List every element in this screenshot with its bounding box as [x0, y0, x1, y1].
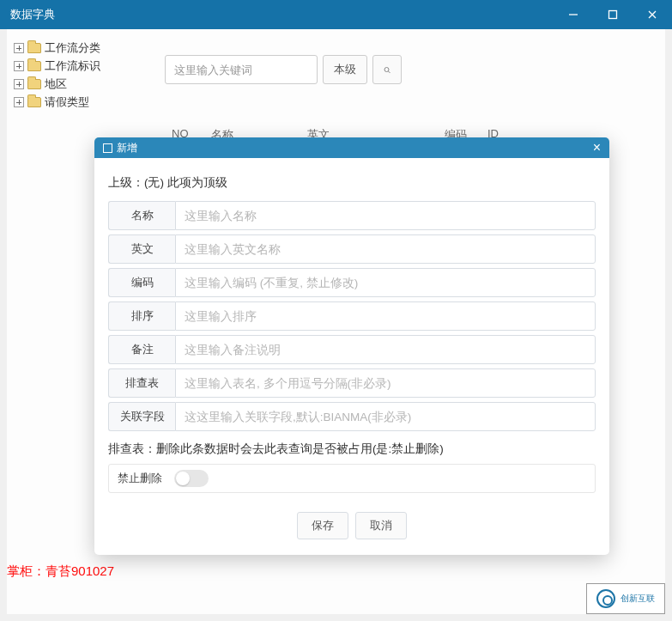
hint-text: 排查表：删除此条数据时会去此表查询是否被占用(是:禁止删除)	[108, 441, 596, 457]
modal-close-button[interactable]: ×	[593, 141, 601, 155]
form-row-code: 编码	[108, 268, 596, 297]
svg-rect-1	[609, 11, 617, 19]
tree-label: 工作流分类	[45, 41, 100, 56]
input-order[interactable]	[175, 301, 596, 331]
level-button[interactable]: 本级	[323, 55, 367, 84]
logo-text: 创新互联	[621, 593, 655, 605]
input-relation-field[interactable]	[175, 402, 596, 431]
label-relation-field: 关联字段	[108, 402, 175, 431]
tree-item[interactable]: 请假类型	[14, 94, 137, 111]
input-remark[interactable]	[175, 335, 596, 364]
modal-header: 新增 ×	[94, 137, 609, 158]
folder-icon	[27, 79, 41, 89]
titlebar: 数据字典	[0, 0, 672, 29]
tree-item[interactable]: 地区	[14, 76, 137, 93]
input-english[interactable]	[175, 234, 596, 264]
expand-icon[interactable]	[14, 79, 24, 89]
label-name: 名称	[108, 201, 175, 230]
window-title: 数据字典	[10, 7, 55, 22]
input-code[interactable]	[175, 268, 596, 297]
tree-label: 地区	[45, 77, 67, 92]
footer-owner: 掌柜：青苔901027	[7, 563, 114, 580]
tree-label: 工作流标识	[45, 59, 100, 74]
expand-icon[interactable]	[14, 61, 24, 71]
expand-icon[interactable]	[14, 97, 24, 107]
svg-point-4	[384, 67, 389, 71]
minimize-button[interactable]	[554, 0, 593, 29]
close-button[interactable]	[633, 0, 672, 29]
tree-item[interactable]: 工作流标识	[14, 58, 137, 75]
tree-item[interactable]: 工作流分类	[14, 40, 137, 57]
input-name[interactable]	[175, 201, 596, 230]
svg-line-5	[389, 71, 390, 73]
modal-footer: 保存 取消	[108, 512, 596, 539]
logo-icon	[596, 589, 615, 608]
modal-title: 新增	[117, 141, 137, 155]
form-row-exclude-table: 排查表	[108, 368, 596, 398]
folder-icon	[27, 43, 41, 53]
form-row-relation-field: 关联字段	[108, 402, 596, 431]
label-order: 排序	[108, 301, 175, 331]
forbid-delete-row: 禁止删除	[108, 464, 596, 493]
searchbar: 本级	[165, 55, 645, 84]
parent-info: 上级：(无) 此项为顶级	[108, 175, 596, 191]
new-icon	[103, 143, 112, 153]
tree-label: 请假类型	[45, 95, 89, 110]
input-exclude-table[interactable]	[175, 368, 596, 398]
folder-icon	[27, 97, 41, 107]
search-icon	[384, 64, 390, 76]
maximize-button[interactable]	[593, 0, 633, 29]
label-code: 编码	[108, 268, 175, 297]
forbid-delete-toggle[interactable]	[174, 470, 209, 487]
brand-logo: 创新互联	[586, 583, 665, 614]
folder-icon	[27, 61, 41, 71]
form-row-order: 排序	[108, 301, 596, 331]
search-input[interactable]	[165, 55, 318, 84]
expand-icon[interactable]	[14, 43, 24, 53]
window-controls	[554, 0, 672, 29]
forbid-delete-label: 禁止删除	[118, 471, 162, 486]
label-exclude-table: 排查表	[108, 368, 175, 398]
label-english: 英文	[108, 234, 175, 264]
label-remark: 备注	[108, 335, 175, 364]
form-row-remark: 备注	[108, 335, 596, 364]
modal-body: 上级：(无) 此项为顶级 名称 英文 编码 排序 备注 排查表 关联字段	[94, 158, 609, 555]
form-row-name: 名称	[108, 201, 596, 230]
modal-add: 新增 × 上级：(无) 此项为顶级 名称 英文 编码 排序 备注 排查表	[94, 137, 609, 555]
search-button[interactable]	[372, 55, 402, 84]
form-row-english: 英文	[108, 234, 596, 264]
cancel-button[interactable]: 取消	[355, 512, 407, 539]
save-button[interactable]: 保存	[297, 512, 348, 539]
